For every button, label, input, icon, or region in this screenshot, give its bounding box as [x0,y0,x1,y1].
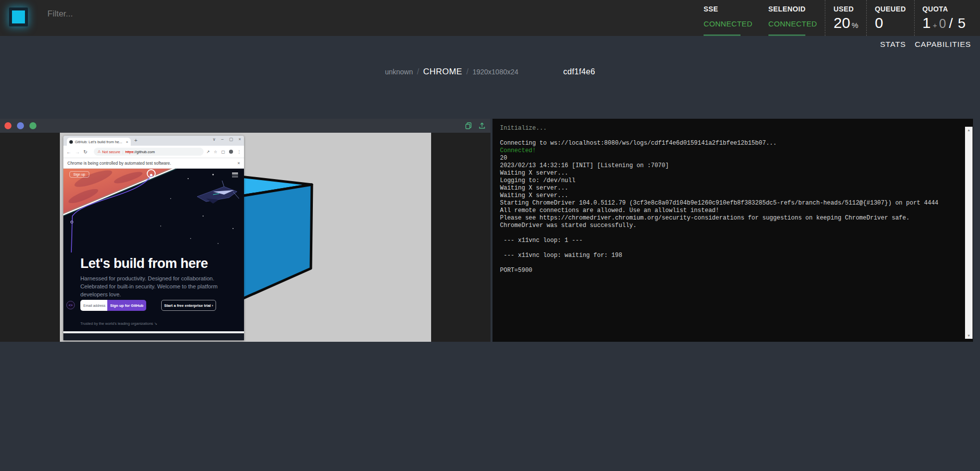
new-tab-button[interactable]: + [134,137,137,143]
scroll-up-icon[interactable]: ▲ [967,127,971,133]
vnc-screen-canvas[interactable]: GitHub: Let's build from he... × + ∨ – ▢… [60,133,431,342]
clipboard-icon[interactable] [465,122,473,130]
vnc-titlebar [0,119,490,133]
used-column: USED 20 % [825,0,866,36]
automation-infobar-text: Chrome is being controlled by automated … [67,161,238,166]
selenoid-status-indicator [768,34,805,36]
session-separator: / [417,67,419,76]
session-card[interactable]: unknown / CHROME / 1920x1080x24 cdf1f4e6 [0,67,980,77]
quota-label: QUOTA [923,5,967,13]
github-trial-button[interactable]: Start a free enterprise trial › [161,300,216,311]
selenoid-ui-logo-icon [9,7,28,26]
log-line: Initialize... [500,125,961,132]
github-cta-row: Email address Sign up for GitHub Start a… [80,300,216,311]
filter-input[interactable] [47,9,307,19]
window-menu-icon[interactable]: ∨ [213,137,216,142]
tab-close-icon[interactable]: × [126,140,128,144]
remote-window-bottom-bar [63,333,244,340]
quota-pending: 0 [939,16,946,31]
warning-icon: ⚠ [97,150,100,154]
log-line: PORT=5900 [500,267,961,274]
session-id: cdf1f4e6 [563,67,595,76]
session-separator: / [466,67,468,76]
log-line: Waiting X server... [500,192,961,200]
session-log-panel: Initialize... Connecting to ws://localho… [492,119,973,342]
quota-column: QUOTA 1 + 0 / 5 [914,0,975,36]
sse-label: SSE [704,5,752,13]
url-divider: | [122,150,123,154]
remote-browser-toolbar: ← → ↻ ⚠ Not secure | https ://github.com… [63,146,244,158]
vnc-body: GitHub: Let's build from he... × + ∨ – ▢… [0,133,490,342]
github-subheadline: Harnessed for productivity. Designed for… [80,274,231,298]
used-label: USED [833,5,858,13]
infobar-close-icon[interactable]: × [238,161,240,166]
scroll-down-icon[interactable]: ▼ [967,332,971,339]
vnc-panel: GitHub: Let's build from he... × + ∨ – ▢… [0,119,490,342]
tab-stats[interactable]: STATS [880,40,906,49]
sse-status-value: CONNECTED [704,19,752,28]
used-value: 20 [833,14,850,31]
log-line: Logging to: /dev/null [500,177,961,185]
log-scrollbar[interactable]: ▲ ▼ [965,127,973,339]
forward-icon[interactable]: → [75,149,80,155]
upload-icon[interactable] [478,122,486,130]
back-icon[interactable]: ← [66,149,71,155]
top-header-bar: SSE CONNECTED SELENOID CONNECTED USED 20… [0,0,980,36]
log-line: Waiting X server... [500,185,961,192]
queued-value: 0 [875,14,883,31]
window-maximize-icon[interactable]: ▢ [229,137,233,142]
share-icon[interactable]: ↗ [207,150,210,154]
quota-used: 1 [923,14,931,31]
github-signup-button[interactable]: Sign up for GitHub [107,300,146,311]
remote-browser-tab[interactable]: GitHub: Let's build from he... × [67,138,131,146]
log-line [500,259,961,267]
log-line: Please see https://chromedriver.chromium… [500,215,961,222]
log-line: All remote connections are allowed. Use … [500,207,961,215]
sse-status-indicator [704,34,740,36]
address-bar[interactable]: ⚠ Not secure | https ://github.com [94,148,203,156]
side-panel-icon[interactable]: ▢ [221,150,225,154]
hamburger-menu-icon[interactable] [232,173,238,178]
queued-column: QUEUED 0 [866,0,914,36]
log-line [500,244,961,252]
remote-chrome-window: GitHub: Let's build from he... × + ∨ – ▢… [63,136,244,340]
filter-field-wrap [47,9,307,19]
code-badge-icon: <> [66,301,75,309]
log-line: 2023/02/13 14:32:16 [INIT] [Listening on… [500,162,961,170]
session-resolution: 1920x1080x24 [473,68,518,76]
sse-status-column: SSE CONNECTED [696,0,760,36]
log-line: --- x11vnc loop: waiting for: 198 [500,252,961,259]
traffic-light-green-icon [29,122,36,129]
remote-tab-strip: GitHub: Let's build from he... × + ∨ – ▢… [63,136,244,146]
reload-icon[interactable]: ↻ [83,149,87,155]
window-close-icon[interactable]: × [239,137,241,142]
header-stats: SSE CONNECTED SELENOID CONNECTED USED 20… [696,0,974,36]
log-line: Connecting to ws://localhost:8080/ws/log… [500,140,961,147]
log-line: 20 [500,155,961,162]
log-line: Waiting X server... [500,170,961,177]
profile-avatar-icon[interactable] [229,150,233,154]
tab-capabilities[interactable]: CAPABILITIES [915,40,971,49]
log-line [500,132,961,140]
log-line: --- x11vnc loop: 1 --- [500,237,961,244]
used-unit: % [852,21,858,29]
bookmark-star-icon[interactable]: ☆ [214,150,217,154]
window-minimize-icon[interactable]: – [221,137,224,142]
github-favicon-icon [69,140,73,144]
session-browser-name: CHROME [423,67,463,77]
selenoid-label: SELENOID [768,5,817,13]
remote-desktop-cube-shape [237,173,317,302]
log-line: ChromeDriver was started successfully. [500,222,961,230]
github-headline: Let's build from here [80,256,208,271]
log-output: Initialize... Connecting to ws://localho… [500,125,961,339]
log-line: Starting ChromeDriver 104.0.5112.79 (3cf… [500,200,961,207]
github-homepage: Sign up Let's build from here Harnessed … [63,169,244,331]
github-email-input[interactable]: Email address [80,300,107,311]
quota-total: / 5 [949,15,966,31]
menu-dots-icon[interactable]: ⋮ [237,150,241,154]
session-browser-version: unknown [385,68,413,76]
selenoid-status-value: CONNECTED [768,19,817,28]
not-secure-label: Not secure [102,150,120,154]
github-signup-top-button[interactable]: Sign up [69,171,89,178]
traffic-light-blue-icon [17,122,24,129]
